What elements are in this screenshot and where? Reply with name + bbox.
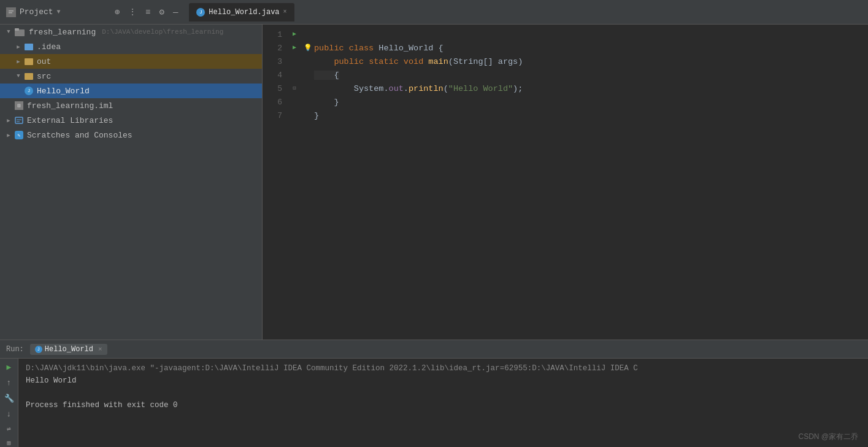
ext-libs-icon bbox=[15, 116, 23, 125]
gutter: ▶ ▶ ⊟ bbox=[287, 27, 302, 340]
tree-item-hello-world[interactable]: J Hello_World bbox=[0, 84, 262, 98]
tree-item-out[interactable]: ▶ out bbox=[0, 54, 262, 69]
svg-rect-1 bbox=[9, 10, 13, 12]
run-body: ▶ ↑ 🔧 ↓ ⇌ ⊞ ⎙ D:\JAVA\jdk11\bin\java.exe… bbox=[0, 359, 868, 447]
run-tab-icon: J bbox=[35, 346, 42, 353]
tree-item-fresh-learning[interactable]: ▼ fresh_learning D:\JAVA\develop\fresh_l… bbox=[0, 25, 262, 39]
project-dropdown-arrow[interactable]: ▼ bbox=[57, 9, 61, 15]
gutter-3 bbox=[287, 54, 302, 68]
svg-rect-4 bbox=[15, 28, 19, 31]
bulb-icon[interactable]: 💡 bbox=[304, 44, 312, 52]
run-wrap-button[interactable]: ⇌ bbox=[3, 425, 15, 433]
title-bar-left: Project ▼ bbox=[6, 7, 61, 17]
scratches-icon: ✎ bbox=[15, 131, 23, 139]
run-play-button[interactable]: ▶ bbox=[3, 362, 15, 372]
gutter-7 bbox=[287, 108, 302, 122]
run-arrow-1[interactable]: ▶ bbox=[293, 30, 296, 37]
run-output-blank bbox=[26, 387, 861, 399]
run-toolbar: ▶ ↑ 🔧 ↓ ⇌ ⊞ ⎙ bbox=[0, 359, 18, 447]
bulb-row-6 bbox=[302, 95, 314, 108]
layout-icon[interactable]: ≡ bbox=[145, 7, 150, 17]
bulb-row-4 bbox=[302, 68, 314, 81]
code-area[interactable]: 1 2 3 4 5 6 7 ▶ ▶ ⊟ bbox=[263, 25, 868, 340]
title-bar: Project ▼ ⊕ ⋮ ≡ ⚙ — J Hello_World.java × bbox=[0, 0, 868, 25]
structure-icon[interactable]: ⋮ bbox=[128, 7, 137, 17]
svg-rect-5 bbox=[15, 117, 23, 123]
idea-label: .idea bbox=[37, 42, 61, 52]
minimize-icon[interactable]: — bbox=[173, 7, 178, 17]
fresh-learning-path: D:\JAVA\develop\fresh_learning bbox=[102, 28, 223, 36]
gutter-run-1[interactable]: ▶ bbox=[287, 27, 302, 41]
src-label: src bbox=[37, 72, 51, 81]
scratches-label: Scratches and Consoles bbox=[27, 131, 133, 140]
editor: 1 2 3 4 5 6 7 ▶ ▶ ⊟ bbox=[263, 25, 868, 340]
iml-icon: ▤ bbox=[15, 101, 23, 110]
navigate-icon[interactable]: ⊕ bbox=[115, 7, 120, 17]
run-up-button[interactable]: ↑ bbox=[3, 378, 15, 387]
main-content: ▼ fresh_learning D:\JAVA\develop\fresh_l… bbox=[0, 25, 868, 340]
watermark: CSDN @家有二乔 bbox=[798, 432, 858, 442]
bulb-row-3 bbox=[302, 54, 314, 68]
run-tab-label: Hello_World bbox=[45, 345, 93, 354]
settings-icon[interactable]: ⚙ bbox=[159, 7, 164, 17]
out-label: out bbox=[37, 57, 51, 66]
tree-item-external-libs[interactable]: ▶ External Libraries bbox=[0, 113, 262, 128]
run-output-exit: Process finished with exit code 0 bbox=[26, 399, 861, 411]
expand-arrow-idea: ▶ bbox=[15, 44, 22, 50]
external-libs-label: External Libraries bbox=[27, 116, 113, 125]
run-label: Run: bbox=[6, 345, 24, 354]
tab-label: Hello_World.java bbox=[209, 8, 279, 17]
java-tab-icon: J bbox=[196, 8, 205, 17]
tab-bar: J Hello_World.java × bbox=[183, 3, 862, 21]
expand-arrow-scratches: ▶ bbox=[5, 132, 12, 139]
tab-hello-world[interactable]: J Hello_World.java × bbox=[189, 3, 294, 21]
folder-out-icon bbox=[25, 58, 33, 65]
run-filter-button[interactable]: ⊞ bbox=[3, 439, 15, 447]
sidebar: ▼ fresh_learning D:\JAVA\develop\fresh_l… bbox=[0, 25, 263, 340]
run-output: D:\JAVA\jdk11\bin\java.exe "-javaagent:D… bbox=[18, 359, 868, 447]
tree-item-src[interactable]: ▼ src bbox=[0, 69, 262, 84]
hello-world-label: Hello_World bbox=[37, 87, 90, 96]
bulb-row-2[interactable]: 💡 bbox=[302, 41, 314, 54]
gutter-run-2[interactable]: ▶ bbox=[287, 41, 302, 54]
gutter-4 bbox=[287, 68, 302, 81]
run-wrench-button[interactable]: 🔧 bbox=[3, 394, 15, 403]
project-icon bbox=[6, 7, 16, 17]
folder-src-icon bbox=[25, 73, 33, 80]
gutter-6 bbox=[287, 95, 302, 108]
bulb-gutter: 💡 bbox=[302, 27, 314, 340]
run-tab-close[interactable]: × bbox=[98, 346, 102, 353]
fold-5[interactable]: ⊟ bbox=[293, 85, 296, 91]
code-editor[interactable]: public class Hello_World { public static… bbox=[314, 27, 868, 340]
run-output-command: D:\JAVA\jdk11\bin\java.exe "-javaagent:D… bbox=[26, 362, 861, 375]
svg-rect-2 bbox=[9, 12, 12, 14]
tree-item-scratches[interactable]: ▶ ✎ Scratches and Consoles bbox=[0, 128, 262, 142]
run-header: Run: J Hello_World × bbox=[0, 340, 868, 359]
line-numbers: 1 2 3 4 5 6 7 bbox=[263, 27, 287, 340]
project-label[interactable]: Project bbox=[20, 7, 53, 17]
title-bar-icons: ⊕ ⋮ ≡ ⚙ — bbox=[115, 7, 179, 17]
tree-item-iml[interactable]: ▤ fresh_learning.iml bbox=[0, 98, 262, 113]
java-file-icon: J bbox=[25, 87, 33, 95]
fresh-learning-label: fresh_learning bbox=[29, 28, 96, 37]
iml-label: fresh_learning.iml bbox=[27, 101, 113, 111]
gutter-5: ⊟ bbox=[287, 81, 302, 95]
run-output-hello: Hello World bbox=[26, 375, 861, 387]
tree-item-idea[interactable]: ▶ .idea bbox=[0, 39, 262, 54]
bulb-row-5 bbox=[302, 81, 314, 95]
bulb-row-1 bbox=[302, 27, 314, 41]
folder-icon-fresh bbox=[15, 28, 25, 36]
expand-arrow-fresh: ▼ bbox=[5, 29, 12, 35]
folder-idea-icon bbox=[25, 44, 33, 50]
expand-arrow-src: ▼ bbox=[15, 73, 22, 79]
run-arrow-2[interactable]: ▶ bbox=[293, 44, 296, 51]
bulb-row-7 bbox=[302, 108, 314, 122]
tab-close-button[interactable]: × bbox=[283, 9, 287, 15]
expand-arrow-out: ▶ bbox=[15, 58, 22, 65]
run-tab-hello-world[interactable]: J Hello_World × bbox=[30, 344, 107, 355]
run-panel: Run: J Hello_World × ▶ ↑ 🔧 ↓ ⇌ ⊞ ⎙ D:\JA… bbox=[0, 340, 868, 447]
expand-arrow-external: ▶ bbox=[5, 117, 12, 124]
run-down-button[interactable]: ↓ bbox=[3, 410, 15, 419]
